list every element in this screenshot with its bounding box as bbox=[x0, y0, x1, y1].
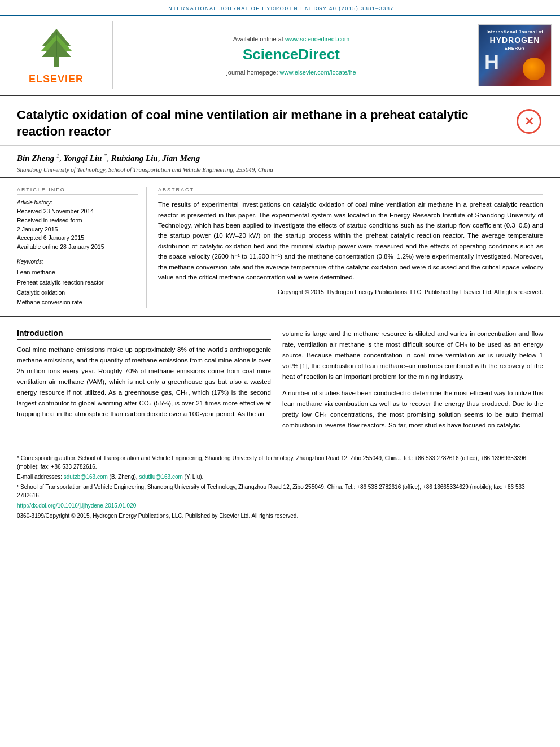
intro-paragraph-1: Coal mine methane emissions make up appr… bbox=[17, 344, 271, 420]
journal-homepage-link[interactable]: www.elsevier.com/locate/he bbox=[280, 69, 356, 76]
keyword-1: Lean-methane bbox=[17, 268, 138, 278]
keyword-4: Methane conversion rate bbox=[17, 298, 138, 308]
journal-cover-area: International Journal of HYDROGEN ENERGY… bbox=[470, 21, 560, 89]
received-date: Received 23 November 2014 bbox=[17, 207, 138, 216]
author-bin-zheng: Bin Zheng bbox=[17, 154, 54, 163]
elsevier-text: ELSEVIER bbox=[29, 73, 84, 85]
email-2-link[interactable]: sdutliu@163.com bbox=[139, 474, 182, 480]
journal-top-bar: INTERNATIONAL JOURNAL OF HYDROGEN ENERGY… bbox=[0, 0, 560, 16]
elsevier-logo: ELSEVIER bbox=[29, 26, 84, 85]
email-1-link[interactable]: sdutzb@163.com bbox=[64, 474, 108, 480]
author-yongqi-liu: Yongqi Liu bbox=[64, 154, 102, 163]
email-line: E-mail addresses: sdutzb@163.com (B. Zhe… bbox=[17, 473, 543, 481]
abstract-copyright: Copyright © 2015, Hydrogen Energy Public… bbox=[158, 288, 543, 297]
corresponding-note: * Corresponding author. School of Transp… bbox=[17, 454, 543, 471]
article-info-col: ARTICLE INFO Article history: Received 2… bbox=[17, 187, 147, 308]
history-label: Article history: bbox=[17, 199, 138, 206]
journal-cover-circle bbox=[523, 58, 545, 80]
email-2-name: (Y. Liu). bbox=[185, 474, 204, 480]
journal-cover-title: International Journal of HYDROGEN ENERGY bbox=[484, 29, 546, 51]
email-label: E-mail addresses: bbox=[17, 474, 62, 480]
journal-citation: INTERNATIONAL JOURNAL OF HYDROGEN ENERGY… bbox=[166, 6, 394, 11]
revised-date: 2 January 2015 bbox=[17, 225, 138, 234]
authors-line: Bin Zheng 1, Yongqi Liu *, Ruixiang Liu,… bbox=[17, 152, 543, 163]
introduction-col: Introduction Coal mine methane emissions… bbox=[17, 329, 271, 436]
keywords-group: Keywords: Lean-methane Preheat catalytic… bbox=[17, 259, 138, 308]
abstract-col: ABSTRACT The results of experimental inv… bbox=[158, 187, 543, 308]
article-title: Catalytic oxidation of coal mine ventila… bbox=[17, 107, 515, 139]
authors-section: Bin Zheng 1, Yongqi Liu *, Ruixiang Liu,… bbox=[0, 146, 560, 178]
article-info-label: ARTICLE INFO bbox=[17, 187, 138, 195]
crossmark-icon: ✕ bbox=[517, 109, 541, 134]
keywords-label: Keywords: bbox=[17, 259, 138, 265]
crossmark-badge[interactable]: ✕ bbox=[515, 107, 543, 136]
publisher-logo-area: ELSEVIER bbox=[0, 21, 113, 89]
intro-paragraph-2: volume is large and the methane resource… bbox=[282, 329, 543, 382]
author-ruixiang-liu: Ruixiang Liu bbox=[111, 154, 158, 163]
author-superscript-star: * bbox=[104, 152, 107, 159]
continuation-col: volume is large and the methane resource… bbox=[282, 329, 543, 436]
article-history: Article history: Received 23 November 20… bbox=[17, 199, 138, 252]
svg-rect-0 bbox=[54, 57, 59, 67]
introduction-title: Introduction bbox=[17, 329, 271, 340]
footnote-1: ¹ School of Transportation and Vehicle E… bbox=[17, 483, 543, 500]
intro-paragraph-3: A number of studies have been conducted … bbox=[282, 388, 543, 431]
header-section: ELSEVIER Available online at www.science… bbox=[0, 16, 560, 96]
main-content: Introduction Coal mine methane emissions… bbox=[0, 317, 560, 448]
journal-cover-h-letter: H bbox=[484, 51, 499, 75]
email-1-name: (B. Zheng), bbox=[110, 474, 138, 480]
author-jian-meng: Jian Meng bbox=[162, 154, 200, 163]
article-title-section: Catalytic oxidation of coal mine ventila… bbox=[0, 96, 560, 146]
journal-homepage: journal homepage: www.elsevier.com/locat… bbox=[226, 69, 356, 76]
elsevier-tree-icon bbox=[34, 26, 79, 71]
issn-line: 0360-3199/Copyright © 2015, Hydrogen Ene… bbox=[17, 512, 543, 520]
header-center: Available online at www.sciencedirect.co… bbox=[113, 21, 470, 89]
available-online: Available online at www.sciencedirect.co… bbox=[233, 36, 349, 42]
sciencedirect-url[interactable]: www.sciencedirect.com bbox=[285, 36, 349, 42]
doi-link[interactable]: http://dx.doi.org/10.1016/j.ijhydene.201… bbox=[17, 503, 136, 509]
abstract-text: The results of experimental investigatio… bbox=[158, 199, 543, 282]
journal-cover: International Journal of HYDROGEN ENERGY… bbox=[478, 24, 552, 86]
abstract-label: ABSTRACT bbox=[158, 187, 543, 195]
author-superscript-1: 1 bbox=[56, 152, 59, 159]
two-column-info-abstract: ARTICLE INFO Article history: Received 2… bbox=[0, 178, 560, 317]
sciencedirect-logo: ScienceDirect bbox=[243, 46, 340, 63]
revised-label: Received in revised form bbox=[17, 216, 138, 225]
footer-section: * Corresponding author. School of Transp… bbox=[0, 448, 560, 527]
available-date: Available online 28 January 2015 bbox=[17, 243, 138, 252]
affiliation: Shandong University of Technology, Schoo… bbox=[17, 166, 543, 173]
accepted-date: Accepted 6 January 2015 bbox=[17, 234, 138, 243]
keyword-2: Preheat catalytic reaction reactor bbox=[17, 278, 138, 288]
keyword-3: Catalytic oxidation bbox=[17, 288, 138, 298]
